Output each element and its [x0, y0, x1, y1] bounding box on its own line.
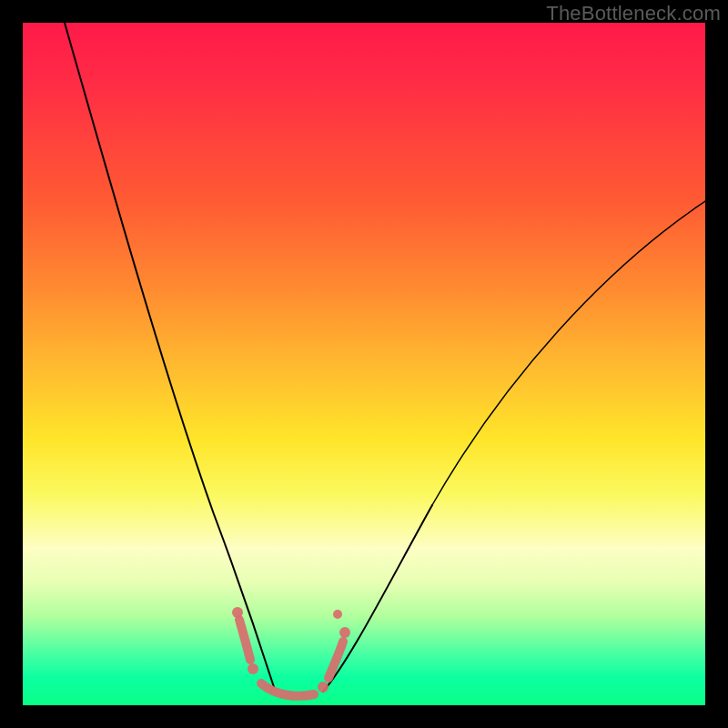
svg-point-2 — [318, 682, 329, 693]
svg-point-1 — [248, 663, 258, 674]
plot-area — [23, 23, 705, 705]
watermark-text: TheBottleneck.com — [546, 2, 721, 25]
svg-point-4 — [333, 610, 342, 619]
svg-point-3 — [339, 627, 350, 638]
chart-frame: TheBottleneck.com — [0, 0, 728, 728]
trough-highlight — [232, 607, 350, 696]
right-curve-upper — [432, 201, 705, 505]
left-curve — [65, 23, 274, 687]
curves-svg — [23, 23, 705, 705]
